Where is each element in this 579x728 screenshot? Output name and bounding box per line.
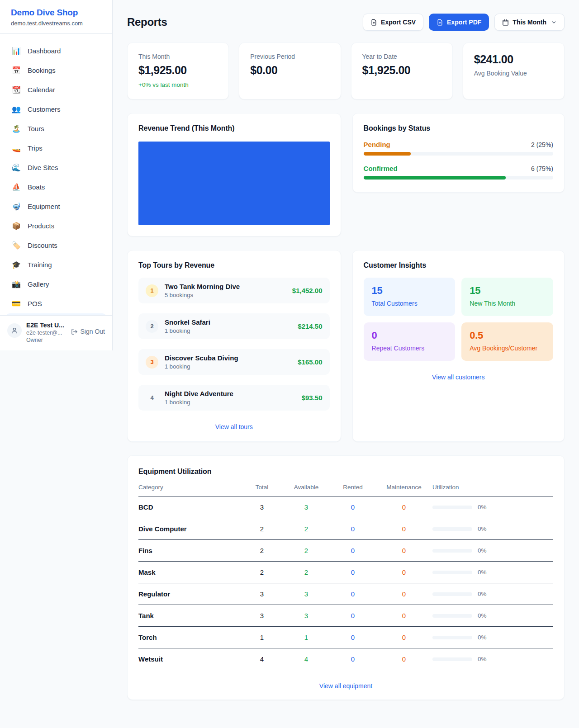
card-title: Bookings by Status [364,124,553,132]
sidebar-item-dive-sites[interactable]: 🌊 Dive Sites [5,158,107,177]
tour-bookings: 1 booking [165,399,233,406]
customer-insights-card: Customer Insights 15 Total Customers 15 … [352,250,565,442]
sidebar-item-label: Equipment [28,203,60,210]
equipment-category: Tank [138,612,242,619]
tour-list-item: 1 Two Tank Morning Dive 5 bookings $1,45… [138,278,330,303]
sidebar-item-label: Calendar [28,86,55,94]
stat-card-year-to-date: Year to Date $1,925.00 [351,43,453,99]
utilization-bar [432,592,472,596]
sidebar-item-label: Trips [28,144,43,152]
sidebar: Demo Dive Shop demo.test.divestreams.com… [0,0,113,350]
sidebar-item-products[interactable]: 📦 Products [5,216,107,236]
sidebar-item-dashboard[interactable]: 📊 Dashboard [5,41,107,61]
boats-icon: ⛵ [11,183,22,191]
sidebar-item-label: Training [28,261,52,269]
sidebar-item-label: Customers [28,105,61,113]
bookings-by-status-card: Bookings by Status Pending 2 (25%) Confi… [352,113,565,193]
sidebar-item-equipment[interactable]: 🤿 Equipment [5,197,107,216]
sidebar-item-gallery[interactable]: 📸 Gallery [5,274,107,294]
period-dropdown[interactable]: This Month [494,14,565,31]
stat-label: This Month [138,53,218,60]
sign-out-icon [71,328,78,335]
column-header: Category [138,484,242,491]
sidebar-item-bookings[interactable]: 📅 Bookings [5,61,107,80]
column-header: Utilization [432,484,553,491]
tile-value: 0.5 [470,330,545,341]
tour-revenue: $1,452.00 [292,287,323,294]
sidebar-item-tours[interactable]: 🏝️ Tours [5,119,107,138]
dive-sites-icon: 🌊 [11,163,22,172]
sidebar-item-trips[interactable]: 🚤 Trips [5,138,107,158]
status-count: 6 (75%) [531,165,553,172]
tour-list-item: 3 Discover Scuba Diving 1 booking $165.0… [138,349,330,375]
top-tours-card: Top Tours by Revenue 1 Two Tank Morning … [127,250,341,442]
utilization-cell: 0% [432,634,553,641]
sidebar-item-boats[interactable]: ⛵ Boats [5,177,107,197]
calendar-icon: 📆 [11,85,22,94]
view-all-customers-link[interactable]: View all customers [364,373,553,381]
sidebar-item-calendar[interactable]: 📆 Calendar [5,80,107,99]
chevron-down-icon [551,19,557,25]
card-title: Top Tours by Revenue [138,261,330,269]
trips-icon: 🚤 [11,144,22,152]
sidebar-item-label: Dashboard [28,47,61,55]
utilization-cell: 0% [432,569,553,576]
tour-revenue: $165.00 [298,358,322,366]
equipment-category: Fins [138,547,242,554]
table-row: Tank 3 3 0 0 0% [138,605,553,627]
equipment-category: Wetsuit [138,655,242,663]
sidebar-item-label: Boats [28,183,45,191]
avatar [7,323,22,338]
table-row: Fins 2 2 0 0 0% [138,540,553,562]
column-header: Maintenance [375,484,432,491]
status-label: Pending [364,141,390,148]
stat-value: $1,925.00 [362,64,441,77]
sidebar-item-label: Gallery [28,280,49,288]
tile-label: Total Customers [372,300,447,307]
view-all-equipment-link[interactable]: View all equipment [138,682,553,690]
card-title: Equipment Utilization [138,468,553,476]
page-header: Reports Export CSV Export PDF This Month [127,14,565,31]
stat-card-avg-booking-value: $241.00 Avg Booking Value [463,43,565,99]
stat-value: $1,925.00 [138,64,218,77]
sign-out-button[interactable]: Sign Out [71,328,105,335]
column-header: Rented [330,484,375,491]
tours-icon: 🏝️ [11,124,22,133]
user-role: Owner [26,337,64,343]
view-all-tours-link[interactable]: View all tours [138,423,330,430]
tour-name: Snorkel Safari [165,318,210,326]
sidebar-item-discounts[interactable]: 🏷️ Discounts [5,236,107,255]
utilization-cell: 0% [432,591,553,597]
utilization-bar [432,506,472,509]
sidebar-item-customers[interactable]: 👥 Customers [5,99,107,119]
table-row: Dive Computer 2 2 0 0 0% [138,518,553,540]
customers-icon: 👥 [11,105,22,113]
calendar-icon [502,19,509,26]
person-icon [11,327,18,334]
tour-list-item: 4 Night Dive Adventure 1 booking $93.50 [138,385,330,411]
sidebar-item-pos[interactable]: 💳 POS [5,294,107,313]
file-download-icon [437,19,443,26]
products-icon: 📦 [11,222,22,230]
tile-label: New This Month [470,300,545,307]
utilization-bar [432,614,472,618]
utilization-cell: 0% [432,612,553,619]
equipment-category: Torch [138,633,242,641]
bookings-icon: 📅 [11,66,22,75]
utilization-cell: 0% [432,656,553,662]
tour-name: Discover Scuba Diving [165,354,238,362]
equipment-utilization-card: Equipment Utilization Category Total Ava… [127,455,565,700]
user-footer: E2E Test U... e2e-tester@... Owner Sign … [0,315,112,350]
user-email: e2e-tester@... [26,330,64,336]
export-csv-button[interactable]: Export CSV [363,14,423,31]
equipment-category: BCD [138,503,242,511]
rank-badge: 2 [146,320,158,333]
training-icon: 🎓 [11,260,22,269]
utilization-cell: 0% [432,525,553,532]
tour-list-item: 2 Snorkel Safari 1 booking $214.50 [138,313,330,339]
table-row: Wetsuit 4 4 0 0 0% [138,648,553,670]
stat-delta: +0% vs last month [138,81,218,88]
sidebar-item-training[interactable]: 🎓 Training [5,255,107,274]
card-title: Revenue Trend (This Month) [138,124,330,132]
export-pdf-button[interactable]: Export PDF [429,14,489,31]
